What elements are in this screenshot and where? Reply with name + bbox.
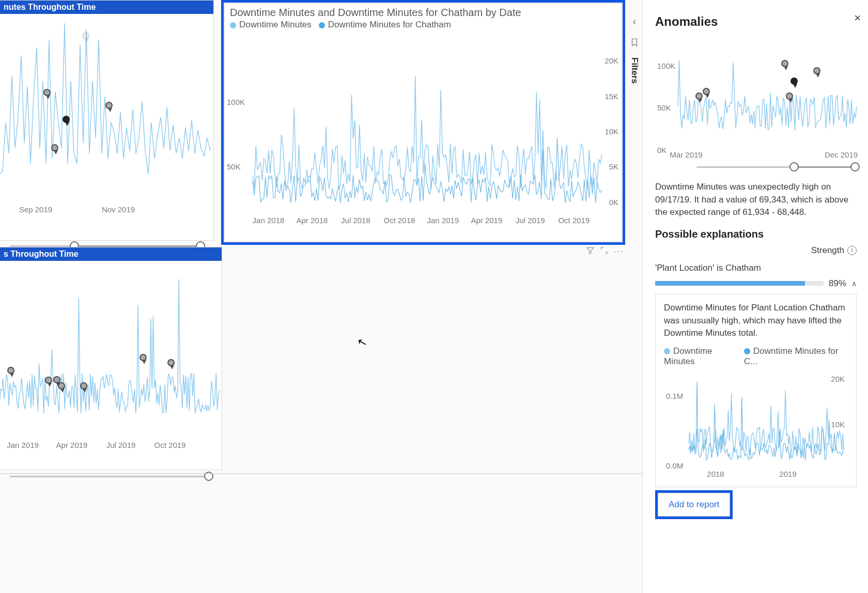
x-tick: Dec 2019 [825,150,858,159]
anomaly-pin[interactable] [167,359,175,366]
x-tick: Apr 2019 [471,216,502,225]
explanation-text: Downtime Minutes for Plant Location Chat… [664,302,848,340]
collapse-icon[interactable]: ∧ [851,279,857,288]
range-thumb-end[interactable] [850,162,860,171]
strength-pct: 89% [829,278,846,289]
filters-pane-label[interactable]: Filters [629,57,640,84]
anomaly-pin[interactable] [703,88,710,95]
anomaly-pin[interactable] [105,102,113,109]
legend-item[interactable]: Downtime Minutes for Chatham [319,20,451,30]
x-tick: Sep 2019 [19,205,52,214]
tile-downtime-chatham[interactable]: Downtime Minutes and Downtime Minutes fo… [224,3,622,242]
strength-bar [655,281,824,286]
mouse-cursor: ↖ [356,335,368,350]
x-tick: Jul 2018 [341,216,370,225]
panel-title: Anomalies [655,14,857,29]
x-tick: Oct 2019 [558,216,590,225]
legend-item[interactable]: Downtime Minutes for C... [744,346,843,367]
x-tick: Apr 2018 [297,216,328,225]
anomaly-summary: Downtime Minutes was unexpectedly high o… [655,181,857,219]
explanation-name[interactable]: 'Plant Location' is Chatham [655,263,857,273]
anomaly-pin[interactable] [813,67,820,74]
collapse-toggle[interactable]: ‹ [633,15,637,27]
add-to-report-button[interactable]: Add to report [658,493,730,517]
x-tick: 2018 [707,470,724,478]
x-tick: 2019 [779,470,796,478]
highlight-outline: Add to report [655,490,733,519]
yr-tick: 20K [605,56,618,65]
x-tick: Mar 2019 [670,150,702,159]
close-icon[interactable]: × [854,11,861,25]
anomaly-pin[interactable] [45,377,52,384]
legend-item[interactable]: Downtime Minutes [230,20,312,30]
yl-tick: 0.1M [666,392,683,400]
anomaly-pin[interactable] [58,382,65,389]
anomaly-pin[interactable] [786,92,793,100]
yr-tick: 15K [605,91,618,100]
yr-tick: 0K [609,197,618,206]
tile-downtime-small[interactable]: nutes Throughout Time Sep 2019 Nov 2019 [0,0,214,241]
anomaly-pin-selected[interactable] [791,77,798,85]
anomaly-pin[interactable] [140,354,147,361]
yr-tick: 10K [605,127,618,136]
y-tick: 0K [657,146,667,154]
x-tick: Jan 2018 [253,216,285,225]
filter-icon[interactable] [586,246,595,257]
anomaly-mini-chart[interactable]: 100K 50K 0K Mar 2019 Dec 2019 [655,38,857,162]
yl-tick: 100K [227,98,245,106]
y-tick: 50K [657,103,671,112]
anomaly-pin[interactable] [695,92,703,100]
anomalies-panel: × Anomalies 100K 50K 0K Mar 2019 Dec 201… [643,0,868,593]
tile-title: nutes Throughout Time [0,1,213,14]
range-thumb-start[interactable] [789,162,799,171]
x-tick: Jan 2019 [7,441,39,449]
focus-icon[interactable] [600,246,609,257]
x-tick: Jul 2019 [106,441,136,449]
explanation-mini-chart[interactable]: 0.1M 0.0M 20K 10K 2018 2019 [664,370,848,478]
yl-tick: 50K [227,162,241,171]
info-icon[interactable]: i [847,246,857,255]
tile-downtime-year[interactable]: s Throughout Time Jan 2019 Apr 2019 [0,247,222,470]
y-tick: 100K [657,61,675,70]
anomaly-pin[interactable] [51,144,58,151]
x-tick: Apr 2019 [56,441,88,449]
x-tick: Nov 2019 [102,205,135,214]
x-tick: Jan 2019 [427,216,459,225]
tile-title: s Throughout Time [0,247,222,261]
x-tick: Oct 2018 [383,216,415,225]
x-tick: Oct 2019 [154,441,186,449]
strength-label: Strength [811,245,844,256]
anomaly-pin[interactable] [781,60,788,67]
anomaly-pin[interactable] [7,367,14,374]
more-icon[interactable]: ··· [614,247,624,256]
yr-tick: 5K [609,162,618,171]
explanation-card: Downtime Minutes for Plant Location Chat… [655,294,857,487]
anomaly-pin[interactable] [82,32,89,39]
x-tick: Jul 2019 [516,216,545,225]
legend-item[interactable]: Downtime Minutes [664,346,737,367]
anomaly-pin-selected[interactable] [63,116,70,123]
chart-title: Downtime Minutes and Downtime Minutes fo… [230,7,616,19]
report-canvas[interactable]: nutes Throughout Time Sep 2019 Nov 2019 [0,0,643,593]
yl-tick: 0.0M [666,461,683,470]
anomaly-pin[interactable] [43,89,51,96]
anomaly-pin[interactable] [80,382,87,389]
possible-explanations-heading: Possible explanations [655,228,857,240]
bookmark-icon[interactable] [630,38,639,49]
